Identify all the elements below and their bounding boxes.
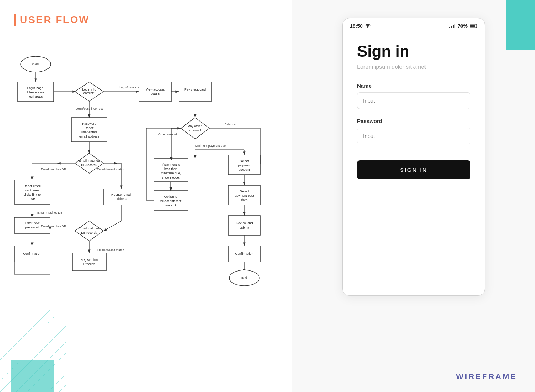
svg-text:Select: Select (240, 159, 249, 163)
svg-text:Login Page:: Login Page: (27, 86, 44, 90)
svg-text:sent: user: sent: user (25, 189, 39, 192)
svg-rect-17 (179, 82, 211, 102)
svg-text:User enters: User enters (27, 91, 44, 94)
svg-text:Confirmation: Confirmation (23, 252, 41, 256)
svg-text:View account: View account (146, 88, 165, 91)
svg-rect-135 (449, 27, 450, 28)
sign-in-button[interactable]: SIGN IN (357, 160, 470, 179)
svg-text:Reenter email: Reenter email (111, 193, 131, 196)
sign-in-subtitle: Lorem ipsum dolor sit amet (357, 64, 470, 70)
svg-text:Email matches DB: Email matches DB (41, 167, 66, 171)
svg-text:DB record?: DB record? (81, 231, 97, 234)
battery-percent: 70% (458, 23, 468, 29)
svg-text:Reset:: Reset: (85, 126, 94, 130)
svg-text:less than: less than (164, 167, 177, 171)
svg-text:Confirmation: Confirmation (235, 252, 253, 256)
svg-text:account: account (239, 168, 250, 171)
svg-rect-136 (451, 26, 452, 28)
svg-text:login/pass: login/pass (29, 95, 43, 98)
svg-text:Email matches DB: Email matches DB (41, 225, 66, 228)
status-time: 18:50 (350, 23, 363, 29)
wifi-icon (365, 24, 371, 28)
svg-text:Registration: Registration (81, 258, 98, 262)
signal-icon (449, 24, 455, 28)
svg-text:Select: Select (240, 190, 249, 193)
svg-text:select different: select different (160, 199, 182, 203)
svg-text:Password: Password (82, 122, 96, 125)
svg-text:Enter new: Enter new (25, 221, 40, 225)
svg-text:If payment is: If payment is (162, 163, 180, 166)
svg-text:payment: payment (238, 164, 251, 167)
svg-text:Reset email: Reset email (24, 184, 41, 188)
svg-rect-118 (72, 253, 106, 271)
svg-text:Minimum payment due: Minimum payment due (195, 144, 226, 148)
name-label: Name (357, 83, 470, 89)
status-bar: 18:50 70% (343, 18, 485, 32)
password-input[interactable] (357, 128, 470, 144)
svg-rect-61 (228, 216, 260, 235)
teal-accent (506, 0, 535, 50)
svg-marker-21 (181, 118, 209, 139)
svg-text:End: End (241, 276, 247, 279)
svg-text:Other amount: Other amount (158, 133, 177, 136)
svg-line-121 (0, 310, 50, 360)
svg-text:amount?: amount? (189, 129, 201, 132)
svg-rect-134 (11, 360, 54, 392)
svg-text:email address: email address (79, 135, 100, 138)
svg-text:Pay which: Pay which (188, 124, 202, 128)
svg-text:submit: submit (240, 226, 249, 229)
svg-rect-137 (453, 25, 454, 28)
svg-rect-140 (470, 25, 475, 27)
svg-text:DB record?: DB record? (81, 163, 97, 167)
svg-line-112 (103, 221, 121, 231)
svg-line-133 (59, 385, 66, 392)
svg-text:Balance: Balance (225, 123, 236, 126)
vertical-divider (524, 321, 524, 392)
svg-text:minimum due,: minimum due, (161, 171, 181, 175)
svg-text:Option to: Option to (164, 195, 178, 198)
svg-text:Email matches: Email matches (78, 159, 100, 163)
svg-text:clicks link to: clicks link to (24, 193, 41, 196)
wireframe-label: WIREFRAME (456, 372, 517, 381)
svg-text:reset: reset (29, 197, 36, 201)
phone-mockup: 18:50 70% (342, 18, 485, 296)
svg-rect-138 (454, 24, 455, 28)
status-battery-area: 70% (449, 23, 478, 29)
phone-content: Sign in Lorem ipsum dolor sit amet Name … (343, 32, 485, 190)
svg-text:Email doesn't match: Email doesn't match (97, 167, 124, 171)
svg-text:Login info: Login info (82, 88, 96, 91)
svg-text:payment post: payment post (235, 194, 254, 197)
status-time-area: 18:50 (350, 23, 371, 29)
svg-text:Start: Start (32, 62, 39, 66)
bottom-decoration (0, 310, 66, 392)
svg-text:Email matches DB: Email matches DB (37, 211, 62, 215)
svg-text:Pay credit card: Pay credit card (184, 88, 206, 91)
svg-text:amount: amount (165, 203, 177, 207)
svg-text:Email matches: Email matches (78, 227, 100, 230)
svg-text:User enters: User enters (81, 130, 98, 134)
battery-icon (470, 24, 478, 28)
svg-text:Process: Process (83, 262, 95, 266)
right-section: 18:50 70% (292, 0, 535, 392)
flowchart: Start Login Page: User enters login/pass… (7, 32, 285, 289)
svg-text:Email doesn't match: Email doesn't match (97, 248, 124, 252)
left-section: USER FLOW Start Login Page: User enters … (0, 0, 292, 392)
svg-text:Review and: Review and (236, 221, 253, 225)
svg-text:date: date (241, 198, 248, 202)
password-label: Password (357, 118, 470, 124)
svg-text:details: details (151, 92, 160, 96)
svg-text:correct?: correct? (83, 91, 95, 95)
svg-text:password: password (25, 226, 39, 229)
svg-text:address: address (116, 197, 127, 201)
sign-in-title: Sign in (357, 42, 470, 60)
svg-text:show notice.: show notice. (162, 176, 180, 179)
page-title: USER FLOW (14, 14, 90, 26)
name-input[interactable] (357, 92, 470, 109)
